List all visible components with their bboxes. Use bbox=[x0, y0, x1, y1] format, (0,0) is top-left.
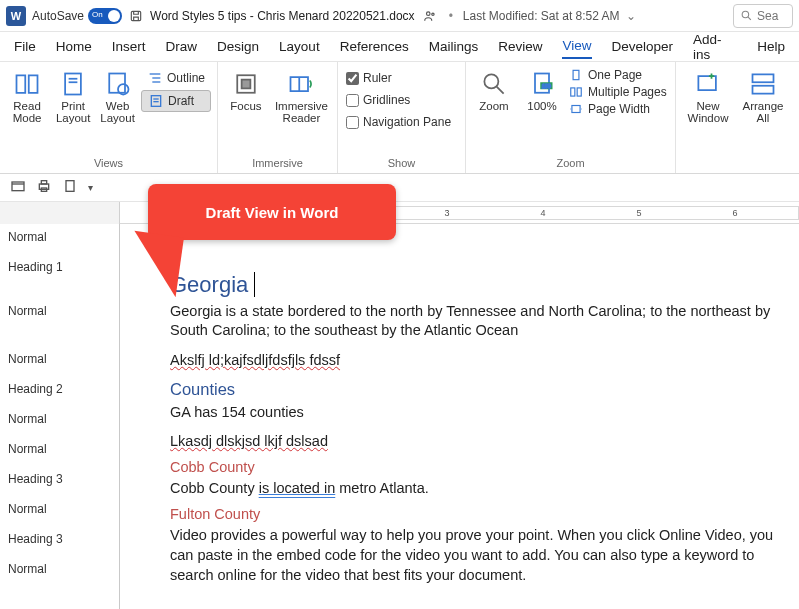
arrange-all-icon bbox=[749, 70, 777, 98]
qat-dropdown-icon[interactable]: ▾ bbox=[88, 182, 93, 193]
tab-insert[interactable]: Insert bbox=[112, 35, 146, 58]
immersive-reader-button[interactable]: Immersive Reader bbox=[272, 66, 331, 124]
callout-tail bbox=[126, 231, 184, 297]
zoom-label: Zoom bbox=[479, 100, 508, 112]
tab-draw[interactable]: Draw bbox=[166, 35, 198, 58]
svg-rect-33 bbox=[66, 181, 74, 192]
group-immersive-label: Immersive bbox=[224, 157, 331, 171]
ruler-check-label: Ruler bbox=[363, 71, 392, 85]
print-layout-button[interactable]: Print Layout bbox=[52, 66, 94, 124]
ruler-tick: 3 bbox=[444, 208, 449, 218]
zoom-100-button[interactable]: 100 100% bbox=[520, 66, 564, 112]
gridlines-check-input[interactable] bbox=[346, 94, 359, 107]
qat-newdoc-icon[interactable] bbox=[62, 178, 78, 197]
callout-box: Draft View in Word bbox=[148, 184, 396, 240]
read-mode-label: Read Mode bbox=[13, 100, 42, 124]
tab-references[interactable]: References bbox=[340, 35, 409, 58]
tab-review[interactable]: Review bbox=[498, 35, 542, 58]
svg-point-2 bbox=[431, 13, 433, 15]
zoom-button[interactable]: Zoom bbox=[472, 66, 516, 112]
new-window-button[interactable]: New Window bbox=[682, 66, 734, 124]
nav-check-input[interactable] bbox=[346, 116, 359, 129]
style-label: Normal bbox=[0, 350, 119, 380]
style-label: Heading 1 bbox=[0, 258, 119, 302]
paragraph-text: metro Atlanta. bbox=[335, 480, 429, 496]
new-window-icon bbox=[694, 70, 722, 98]
ruler-check-input[interactable] bbox=[346, 72, 359, 85]
group-window: New Window Arrange All bbox=[676, 62, 799, 173]
outline-icon bbox=[147, 70, 163, 86]
save-icon[interactable] bbox=[128, 8, 144, 24]
group-show-label: Show bbox=[344, 157, 459, 171]
arrange-all-button[interactable]: Arrange All bbox=[738, 66, 788, 124]
svg-rect-22 bbox=[573, 70, 579, 79]
read-mode-button[interactable]: Read Mode bbox=[6, 66, 48, 124]
group-views-label: Views bbox=[6, 157, 211, 171]
tab-file[interactable]: File bbox=[14, 35, 36, 58]
svg-rect-25 bbox=[572, 106, 580, 113]
chevron-down-icon[interactable]: ⌄ bbox=[626, 9, 636, 23]
document-title: Word Styles 5 tips - Chris Menard 202205… bbox=[150, 9, 415, 23]
svg-line-18 bbox=[497, 87, 504, 94]
autosave-control[interactable]: AutoSave On bbox=[32, 8, 122, 24]
multi-page-icon bbox=[568, 85, 584, 99]
tab-developer[interactable]: Developer bbox=[612, 35, 674, 58]
tab-mailings[interactable]: Mailings bbox=[429, 35, 479, 58]
tab-design[interactable]: Design bbox=[217, 35, 259, 58]
ruler-row: 1 2 3 4 5 6 7 bbox=[0, 202, 799, 224]
paragraph: Georgia is a state bordered to the north… bbox=[170, 302, 791, 341]
text-cursor bbox=[248, 272, 255, 297]
web-layout-button[interactable]: Web Layout bbox=[98, 66, 137, 124]
outline-button[interactable]: Outline bbox=[141, 68, 211, 88]
zoom-100-label: 100% bbox=[527, 100, 556, 112]
last-modified-label[interactable]: Last Modified: Sat at 8:52 AM bbox=[463, 9, 620, 23]
tab-home[interactable]: Home bbox=[56, 35, 92, 58]
one-page-label: One Page bbox=[588, 68, 642, 82]
ruler-tick: 5 bbox=[636, 208, 641, 218]
tab-help[interactable]: Help bbox=[757, 35, 785, 58]
tab-layout[interactable]: Layout bbox=[279, 35, 320, 58]
qat-folder-icon[interactable] bbox=[10, 178, 26, 197]
paragraph: GA has 154 counties bbox=[170, 403, 791, 423]
immersive-reader-label: Immersive Reader bbox=[275, 100, 328, 124]
style-area-pane: Normal Heading 1 Normal Normal Heading 2… bbox=[0, 224, 120, 609]
nav-pane-checkbox[interactable]: Navigation Pane bbox=[344, 114, 453, 130]
qat-print-icon[interactable] bbox=[36, 178, 52, 197]
draft-button[interactable]: Draft bbox=[141, 90, 211, 112]
heading-3: Fulton County bbox=[170, 505, 791, 525]
spelling-error: Akslfj ld;kajfsdljfdsfjls fdssf bbox=[170, 352, 340, 368]
search-input[interactable]: Sea bbox=[733, 4, 793, 28]
focus-button[interactable]: Focus bbox=[224, 66, 268, 112]
svg-rect-4 bbox=[65, 74, 81, 95]
svg-point-1 bbox=[426, 11, 430, 14]
paragraph: Lkasdj dlskjsd lkjf dslsad bbox=[170, 432, 791, 452]
ruler-checkbox[interactable]: Ruler bbox=[344, 70, 394, 86]
presence-icon[interactable] bbox=[421, 7, 439, 25]
page-width-label: Page Width bbox=[588, 102, 650, 116]
page-100-icon: 100 bbox=[528, 70, 556, 98]
svg-rect-16 bbox=[242, 80, 251, 89]
callout-annotation: Draft View in Word bbox=[148, 184, 396, 270]
paragraph: Akslfj ld;kajfsdljfdsfjls fdssf bbox=[170, 351, 791, 371]
ruler-tick: 6 bbox=[732, 208, 737, 218]
page-width-icon bbox=[568, 102, 584, 116]
page-width-button[interactable]: Page Width bbox=[568, 102, 667, 116]
svg-rect-31 bbox=[41, 181, 46, 184]
autosave-label: AutoSave bbox=[32, 9, 84, 23]
style-label: Heading 3 bbox=[0, 470, 119, 500]
tab-addins[interactable]: Add-ins bbox=[693, 28, 737, 66]
gridlines-checkbox[interactable]: Gridlines bbox=[344, 92, 412, 108]
ruler-gutter bbox=[0, 202, 120, 224]
tab-view[interactable]: View bbox=[562, 34, 591, 59]
magnifier-icon bbox=[480, 70, 508, 98]
autosave-toggle[interactable]: On bbox=[88, 8, 122, 24]
heading-1-text: Georgia bbox=[170, 272, 248, 297]
style-label: Normal bbox=[0, 228, 119, 258]
new-window-label: New Window bbox=[688, 100, 729, 124]
callout-text: Draft View in Word bbox=[206, 204, 339, 221]
document-page[interactable]: Georgia Georgia is a state bordered to t… bbox=[120, 224, 799, 609]
group-zoom: Zoom 100 100% One Page Multiple Pages Pa… bbox=[466, 62, 676, 173]
gridlines-check-label: Gridlines bbox=[363, 93, 410, 107]
one-page-button[interactable]: One Page bbox=[568, 68, 667, 82]
multiple-pages-button[interactable]: Multiple Pages bbox=[568, 85, 667, 99]
